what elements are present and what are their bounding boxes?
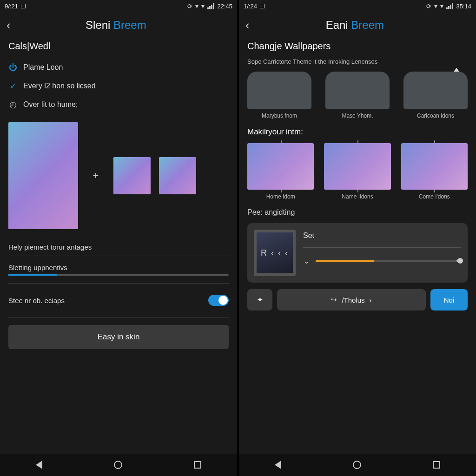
nav-recent-icon[interactable] (194, 461, 201, 469)
gradient-option-3[interactable]: Come I'dons (401, 143, 468, 200)
add-wallpaper-button[interactable]: + (86, 166, 105, 185)
progress-setting[interactable]: Sletting uppnentivs (8, 264, 229, 276)
nav-back-icon[interactable] (275, 461, 281, 469)
progress-bar (8, 274, 229, 276)
back-icon[interactable]: ‹ (7, 19, 11, 31)
footer-button-row: ✦ ↪ /Tholus › Noi (247, 289, 468, 311)
phone-screen-right: 1/:24 ⟳ ▾ ▾ 35:14 ‹ Eani Breem Changje W… (239, 0, 476, 476)
gradient-preview (247, 143, 314, 190)
gradient-preview (324, 143, 390, 190)
status-time-left: 1/:24 (244, 3, 257, 10)
section-subtitle: Sope Carrictorte Theme it the Inroking L… (247, 58, 468, 65)
divider (303, 247, 461, 248)
gradient-option-1[interactable]: Home Idom (247, 143, 314, 200)
option-every-hon[interactable]: ✓ Every l2 hon so licsed (8, 77, 229, 95)
sync-icon: ⟳ (426, 3, 431, 10)
wifi-icon: ▾ (434, 2, 437, 10)
app-indicator-icon (21, 4, 26, 8)
pee-heading: Pee: angidting (247, 208, 468, 217)
slider-track[interactable] (316, 260, 461, 262)
theme-option-1[interactable]: Marybus fnom (247, 72, 311, 119)
divider (8, 317, 229, 317)
app-indicator-icon (260, 4, 264, 8)
gradient-option-2[interactable]: Name Ildons (324, 143, 390, 200)
slider-control[interactable]: ⌄ (303, 256, 461, 266)
page-title: Sleni Breem (20, 19, 212, 32)
cell-signal-icon (207, 3, 214, 9)
status-bar: 1/:24 ⟳ ▾ ▾ 35:14 (239, 0, 476, 12)
wallpaper-preview-small-2[interactable] (159, 157, 196, 194)
divider (8, 256, 229, 256)
toggle-setting[interactable]: Stee nr ob. eciaps (8, 288, 229, 312)
theme-option-2[interactable]: Mase Yhom. (325, 72, 390, 119)
wifi-icon-2: ▾ (201, 2, 205, 10)
gradient-preview (401, 143, 468, 190)
settings-card: R ‹ ‹ ‹ Set ⌄ (247, 223, 468, 283)
android-navbar (239, 454, 476, 476)
android-navbar (0, 454, 237, 476)
wallpaper-preview-row: + (8, 122, 229, 229)
noi-button[interactable]: Noi (430, 289, 468, 311)
power-icon: ⏻ (8, 63, 18, 72)
gradient-row: Home Idom Name Ildons Come I'dons (247, 143, 468, 200)
theme-shape-row: Marybus fnom Mase Yhom. Caricoan idons (247, 72, 468, 119)
gear-icon: ✦ (257, 296, 263, 304)
nav-home-icon[interactable] (353, 461, 361, 469)
option-plame-loon[interactable]: ⏻ Plame Loon (8, 58, 229, 77)
wallpaper-preview-large[interactable] (8, 122, 78, 229)
theme-shape-icon (325, 72, 390, 109)
header: ‹ Eani Breem (239, 12, 476, 35)
status-time-left: 9/:21 (5, 3, 18, 10)
section-heading: Cals|Wedl (8, 41, 229, 52)
check-icon: ✓ (8, 81, 18, 91)
preview-thumbnail[interactable]: R ‹ ‹ ‹ (254, 230, 296, 276)
back-icon[interactable]: ‹ (245, 19, 250, 31)
set-label: Set (303, 231, 461, 240)
easy-skin-button[interactable]: Easy in skin (8, 325, 229, 349)
theme-shape-icon (247, 72, 311, 109)
status-clock: 22:45 (217, 3, 232, 10)
chevron-down-icon[interactable]: ⌄ (303, 256, 310, 266)
settings-button[interactable]: ✦ (247, 289, 272, 311)
phone-screen-left: 9/:21 ⟳ ▾ ▾ 22:45 ‹ Sleni Breem Cals|Wed… (0, 0, 237, 476)
wifi-icon-2: ▾ (440, 2, 443, 10)
make-heading: Makilryour intm: (247, 127, 468, 137)
theme-option-3[interactable]: Caricoan idons (403, 72, 468, 119)
clock-icon: ◴ (8, 100, 18, 109)
sync-icon: ⟳ (187, 3, 192, 10)
divider (8, 283, 229, 284)
status-clock: 35:14 (456, 3, 471, 10)
arrow-icon: ↪ (331, 296, 337, 304)
chevron-right-icon: › (370, 296, 372, 304)
slider-thumb-icon (456, 257, 464, 264)
hint-text: Hely piemect torur antages (8, 243, 229, 251)
page-title: Eani Breem (259, 19, 451, 32)
nav-home-icon[interactable] (114, 461, 122, 469)
tholus-button[interactable]: ↪ /Tholus › (277, 289, 426, 311)
theme-shape-icon (403, 72, 468, 109)
toggle-switch[interactable] (208, 295, 229, 306)
cell-signal-icon (446, 3, 453, 9)
status-bar: 9/:21 ⟳ ▾ ▾ 22:45 (0, 0, 237, 12)
option-over-lit[interactable]: ◴ Over lit to hume; (8, 95, 229, 114)
wallpaper-preview-small-1[interactable] (113, 157, 151, 194)
header: ‹ Sleni Breem (0, 12, 237, 35)
nav-recent-icon[interactable] (433, 461, 440, 469)
wifi-icon: ▾ (195, 2, 198, 10)
nav-back-icon[interactable] (36, 461, 42, 469)
section-heading: Changje Wallpapers (247, 41, 468, 52)
